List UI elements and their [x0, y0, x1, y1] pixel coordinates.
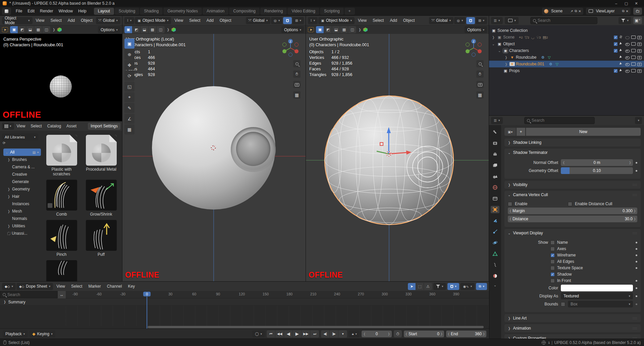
select-tool-group[interactable]: ▣ ◩ ⬓ ▩ ◫: [10, 26, 50, 33]
outliner-row-roundcube[interactable]: ❭ ▼ Roundcube ⚙ ▽: [489, 54, 644, 61]
panel-shadow-linking[interactable]: ❭Shadow Linking: [504, 138, 641, 147]
tab-physics[interactable]: [491, 239, 499, 246]
asset-card[interactable]: Puff: [84, 220, 119, 257]
disable-viewport-toggle[interactable]: [631, 42, 636, 47]
filter-dropdown[interactable]: ▾: [619, 17, 631, 24]
catalog-all[interactable]: ⌄All▤+: [3, 149, 41, 156]
panel-shadow-terminator[interactable]: ⌄Shadow Terminator Normal Offset ❬0 m❭ G…: [504, 149, 641, 179]
menu-add[interactable]: Add: [204, 18, 216, 23]
selectable-toggle[interactable]: [619, 62, 624, 67]
filter-dropdown[interactable]: ▾: [433, 283, 446, 290]
catalog-instances[interactable]: Instances: [2, 200, 42, 208]
catalog-brushes[interactable]: ❭Brushes: [2, 156, 42, 163]
asset-card[interactable]: Pinch: [44, 220, 79, 257]
show-wireframe-checkbox[interactable]: ✓: [550, 253, 555, 257]
timeline-ruler[interactable]: -90 -60 -30 30 60 90 120 150 180 210 240…: [66, 291, 489, 298]
disable-viewport-toggle[interactable]: [631, 68, 636, 73]
panel-camera-vertex-cull[interactable]: ⌄Camera Vertex Cull:::: Enable Enable Di…: [504, 191, 641, 227]
select-subtract-icon[interactable]: ⬓: [141, 26, 149, 33]
distance-slider[interactable]: ❬Distance30.0❭: [508, 216, 637, 222]
menu-asset[interactable]: Asset: [64, 124, 79, 128]
properties-options-dropdown[interactable]: ▾: [635, 117, 642, 124]
menu-edit[interactable]: Edit: [25, 9, 37, 13]
tab-material[interactable]: [491, 272, 499, 280]
outliner-row-scene-collection[interactable]: ▣ Scene Collection: [489, 27, 644, 34]
tabs-overflow-chevron[interactable]: ⌄: [494, 283, 496, 287]
tab-output[interactable]: [491, 151, 499, 158]
autokey-dropdown[interactable]: ◯▾: [252, 330, 265, 337]
select-intersect-icon[interactable]: ◫: [42, 26, 50, 33]
catalog-utilities[interactable]: ❭Utilities: [2, 222, 42, 230]
tab-world[interactable]: [491, 184, 499, 191]
snap-toggle[interactable]: Ω: [466, 17, 475, 24]
disable-render-toggle[interactable]: [637, 35, 642, 40]
disable-render-toggle[interactable]: [637, 42, 642, 47]
active-tool-cursor-icon[interactable]: ➤: [308, 27, 314, 32]
extensions-folder-icon[interactable]: 🗀︎: [633, 8, 642, 15]
navigation-gizmo[interactable]: Z: [463, 37, 484, 59]
camera-view-canvas[interactable]: Camera Perspective (0) Characters | Roun…: [0, 34, 122, 121]
animate-dot[interactable]: [636, 254, 637, 256]
hide-viewport-toggle[interactable]: [625, 42, 630, 47]
catalog-unassigned[interactable]: Unassi...: [2, 230, 42, 237]
animate-dot[interactable]: [636, 295, 637, 297]
select-intersect-icon[interactable]: ◫: [157, 26, 165, 33]
transform-orientation-dropdown[interactable]: ⤱Global▾: [246, 17, 270, 24]
show-texture-space-checkbox[interactable]: [550, 266, 555, 270]
menu-render[interactable]: Render: [37, 9, 56, 13]
show-axes-checkbox[interactable]: [550, 247, 555, 251]
collection-checkbox[interactable]: ✓: [613, 35, 618, 40]
catalog-mesh[interactable]: ❭Mesh: [2, 208, 42, 215]
new-collection-button[interactable]: ▣⁺: [633, 17, 642, 24]
proportional-edit-dropdown[interactable]: ◉∿▾: [461, 283, 475, 290]
play-button[interactable]: ▶: [293, 330, 302, 338]
tab-geometry-nodes[interactable]: Geometry Nodes: [163, 8, 202, 15]
menu-view[interactable]: View: [33, 18, 47, 23]
select-invert-icon[interactable]: ▩: [340, 26, 348, 33]
select-subtract-icon[interactable]: ⬓: [332, 26, 340, 33]
use-preview-range-icon[interactable]: ⏱︎: [394, 330, 402, 337]
new-material-button[interactable]: New: [526, 128, 641, 136]
tab-animation[interactable]: Animation: [203, 8, 228, 15]
editor-type-dropdown[interactable]: ☰▾: [491, 117, 503, 124]
selectable-toggle[interactable]: [619, 68, 624, 73]
panel-custom-properties[interactable]: ❭Custom Properties::::: [504, 334, 641, 339]
tool-transform[interactable]: ⌖: [124, 92, 135, 102]
editor-type-dropdown[interactable]: ◆◇▾: [2, 283, 16, 290]
outliner-search-input[interactable]: [538, 18, 595, 23]
panel-viewport-display[interactable]: ⌄Viewport Display:::: ShowName Axes ✓Wir…: [504, 229, 641, 312]
toggle-ortho-icon[interactable]: ▦: [293, 91, 301, 99]
outliner-search[interactable]: [530, 17, 597, 24]
menu-select[interactable]: Select: [370, 18, 386, 23]
enable-distance-cull-checkbox[interactable]: [568, 202, 572, 206]
filter-text-toggle-icon[interactable]: ↔: [58, 291, 66, 298]
import-settings-button[interactable]: Import Settings: [88, 123, 120, 130]
tab-compositing[interactable]: Compositing: [229, 8, 260, 15]
select-subtract-icon[interactable]: ⬓: [26, 26, 34, 33]
unlink-icon[interactable]: ✕: [578, 9, 581, 13]
collection-checkbox[interactable]: ✓: [613, 49, 618, 53]
move-gizmo[interactable]: [372, 114, 412, 164]
step-back-button[interactable]: ◀|: [321, 330, 330, 338]
select-box-icon[interactable]: ▣: [10, 26, 18, 33]
disable-render-toggle[interactable]: [637, 62, 642, 67]
select-tool-group[interactable]: ▣ ◩ ⬓ ▩ ◫: [316, 26, 356, 33]
menu-add[interactable]: Add: [65, 18, 77, 23]
show-shadow-checkbox[interactable]: ✓: [550, 272, 555, 277]
catalog-creative[interactable]: Creative: [2, 171, 42, 178]
active-tool-cursor-icon[interactable]: ➤: [2, 27, 8, 32]
horizontal-scrollbar[interactable]: [148, 326, 484, 328]
playhead-frame-badge[interactable]: 0: [143, 292, 151, 296]
select-extend-icon[interactable]: ◩: [324, 26, 332, 33]
disable-render-toggle[interactable]: [637, 48, 642, 53]
select-box-icon[interactable]: ▣: [316, 26, 324, 33]
tool-annotate[interactable]: ✎: [124, 103, 135, 113]
camera-view-icon[interactable]: [476, 81, 484, 88]
disable-viewport-toggle[interactable]: [631, 48, 636, 53]
outliner-row-characters[interactable]: ⌄ ▣ Characters ✓: [489, 47, 644, 54]
only-errors-icon[interactable]: ⚠: [424, 283, 432, 290]
options-dropdown[interactable]: Options▾: [465, 26, 487, 33]
show-name-checkbox[interactable]: [550, 240, 555, 245]
remove-icon[interactable]: ✕: [626, 9, 629, 13]
catalog-camera[interactable]: Camera & ...: [2, 163, 42, 171]
